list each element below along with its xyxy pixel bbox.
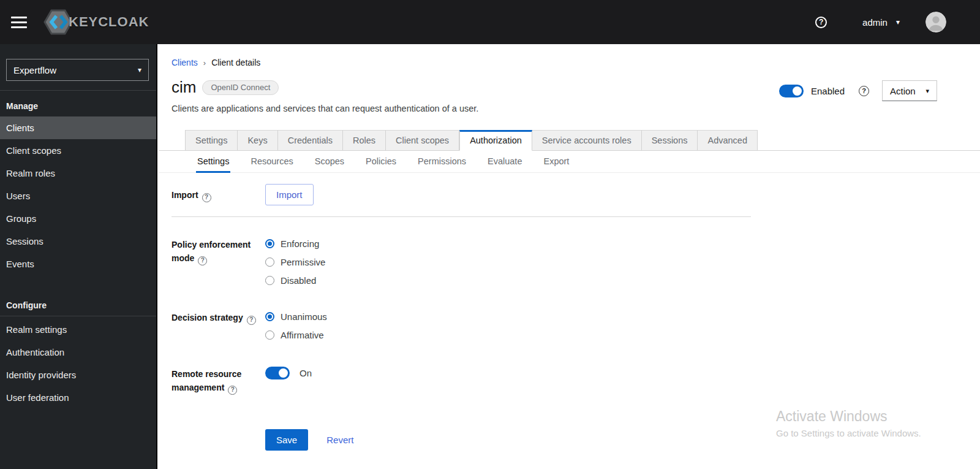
brand-text: KEYCLOAK xyxy=(69,14,149,30)
realm-selector[interactable]: Expertflow ▾ xyxy=(6,59,149,81)
page-header: cim OpenID Connect Clients are applicati… xyxy=(159,78,980,113)
page-description: Clients are applications and services th… xyxy=(172,104,980,113)
subtab-resources[interactable]: Resources xyxy=(249,151,294,172)
policy-enforcement-row: Policy enforcement mode? Enforcing Permi… xyxy=(172,234,980,286)
radio-icon[interactable] xyxy=(265,257,274,267)
tab-client-scopes[interactable]: Client scopes xyxy=(386,130,459,150)
radio-icon[interactable] xyxy=(265,239,274,248)
radio-enforcing[interactable]: Enforcing xyxy=(265,238,325,249)
import-row: Import? Import xyxy=(172,184,980,205)
policy-enforcement-label: Policy enforcement mode? xyxy=(172,234,265,265)
sidebar-item-groups[interactable]: Groups xyxy=(0,207,156,230)
sidebar: Expertflow ▾ Manage Clients Client scope… xyxy=(0,44,157,469)
subtab-export[interactable]: Export xyxy=(542,151,570,172)
action-dropdown[interactable]: Action ▾ xyxy=(882,80,937,101)
caret-down-icon: ▾ xyxy=(896,18,900,26)
masthead: KEYCLOAK ? admin ▾ xyxy=(0,0,980,44)
watermark-title: Activate Windows xyxy=(776,408,921,425)
protocol-badge: OpenID Connect xyxy=(202,80,279,95)
revert-link[interactable]: Revert xyxy=(326,435,353,445)
decision-strategy-label: Decision strategy? xyxy=(172,307,265,325)
decision-strategy-options: Unanimous Affirmative xyxy=(265,307,327,340)
caret-down-icon: ▾ xyxy=(925,87,929,95)
authorization-subtabs: Settings Resources Scopes Policies Permi… xyxy=(159,151,980,173)
header-controls: Enabled ? Action ▾ xyxy=(779,80,937,101)
help-icon[interactable]: ? xyxy=(202,193,211,202)
import-button[interactable]: Import xyxy=(265,184,314,205)
tab-keys[interactable]: Keys xyxy=(238,130,277,150)
breadcrumb: Clients › Client details xyxy=(159,44,980,67)
tab-service-accounts-roles[interactable]: Service accounts roles xyxy=(532,130,642,150)
subtab-scopes[interactable]: Scopes xyxy=(314,151,345,172)
page-title: cim xyxy=(172,78,196,97)
sidebar-item-authentication[interactable]: Authentication xyxy=(0,341,156,364)
sidebar-item-user-federation[interactable]: User federation xyxy=(0,386,156,409)
subtab-policies[interactable]: Policies xyxy=(364,151,398,172)
masthead-right: ? admin ▾ xyxy=(815,12,980,32)
breadcrumb-current: Client details xyxy=(211,58,260,67)
sidebar-item-clients[interactable]: Clients xyxy=(0,116,156,139)
chevron-right-icon: › xyxy=(203,58,206,67)
user-menu[interactable]: admin ▾ xyxy=(862,17,900,28)
subtab-evaluate[interactable]: Evaluate xyxy=(486,151,523,172)
sidebar-item-client-scopes[interactable]: Client scopes xyxy=(0,139,156,162)
help-icon[interactable]: ? xyxy=(228,386,237,395)
remote-resource-row: Remote resource management? On xyxy=(172,363,980,395)
windows-activation-watermark: Activate Windows Go to Settings to activ… xyxy=(776,408,921,438)
keycloak-admin-console: KEYCLOAK ? admin ▾ Expertflow ▾ Manage xyxy=(0,0,980,469)
radio-icon[interactable] xyxy=(265,276,274,285)
sidebar-item-sessions[interactable]: Sessions xyxy=(0,230,156,253)
realm-name: Expertflow xyxy=(13,65,56,75)
tab-sessions[interactable]: Sessions xyxy=(642,130,698,150)
save-button[interactable]: Save xyxy=(265,429,308,451)
tab-settings[interactable]: Settings xyxy=(185,130,238,150)
hamburger-menu-icon[interactable] xyxy=(10,13,28,32)
remote-resource-state: On xyxy=(300,368,312,378)
enabled-label: Enabled xyxy=(811,86,845,96)
tab-authorization[interactable]: Authorization xyxy=(459,130,532,151)
subtab-permissions[interactable]: Permissions xyxy=(417,151,467,172)
help-icon[interactable]: ? xyxy=(198,256,207,265)
tab-advanced[interactable]: Advanced xyxy=(698,130,758,150)
keycloak-logo: KEYCLOAK xyxy=(43,9,149,36)
radio-unanimous[interactable]: Unanimous xyxy=(265,311,327,322)
sidebar-item-realm-settings[interactable]: Realm settings xyxy=(0,318,156,341)
radio-icon[interactable] xyxy=(265,330,274,340)
sidebar-item-users[interactable]: Users xyxy=(0,185,156,207)
enabled-toggle[interactable] xyxy=(779,85,804,97)
radio-permissive[interactable]: Permissive xyxy=(265,257,325,267)
sidebar-item-realm-roles[interactable]: Realm roles xyxy=(0,162,156,185)
user-name: admin xyxy=(862,17,888,28)
help-icon[interactable]: ? xyxy=(815,17,827,28)
tab-roles[interactable]: Roles xyxy=(343,130,386,150)
watermark-subtitle: Go to Settings to activate Windows. xyxy=(776,428,921,438)
action-dropdown-label: Action xyxy=(890,86,916,96)
nav-group-configure: Configure xyxy=(0,275,156,316)
caret-down-icon: ▾ xyxy=(138,66,141,74)
sidebar-item-events[interactable]: Events xyxy=(0,253,156,275)
decision-strategy-row: Decision strategy? Unanimous Affirmative xyxy=(172,307,980,340)
client-tabs: Settings Keys Credentials Roles Client s… xyxy=(159,130,980,151)
radio-icon[interactable] xyxy=(265,312,274,321)
nav-group-manage: Manage xyxy=(0,91,156,116)
subtab-settings[interactable]: Settings xyxy=(196,151,230,173)
divider xyxy=(172,216,751,217)
remote-resource-toggle[interactable] xyxy=(265,367,290,379)
remote-resource-label: Remote resource management? xyxy=(172,363,265,395)
person-icon xyxy=(925,12,946,32)
avatar[interactable] xyxy=(925,12,946,32)
radio-affirmative[interactable]: Affirmative xyxy=(265,330,327,340)
sidebar-item-identity-providers[interactable]: Identity providers xyxy=(0,364,156,386)
radio-disabled[interactable]: Disabled xyxy=(265,275,325,286)
policy-enforcement-options: Enforcing Permissive Disabled xyxy=(265,234,325,286)
help-icon[interactable]: ? xyxy=(247,316,256,325)
tab-credentials[interactable]: Credentials xyxy=(278,130,343,150)
divider xyxy=(0,316,156,316)
import-label: Import? xyxy=(172,184,265,202)
help-icon[interactable]: ? xyxy=(859,86,869,96)
main-content: Clients › Client details cim OpenID Conn… xyxy=(159,44,980,469)
breadcrumb-clients-link[interactable]: Clients xyxy=(172,58,198,67)
